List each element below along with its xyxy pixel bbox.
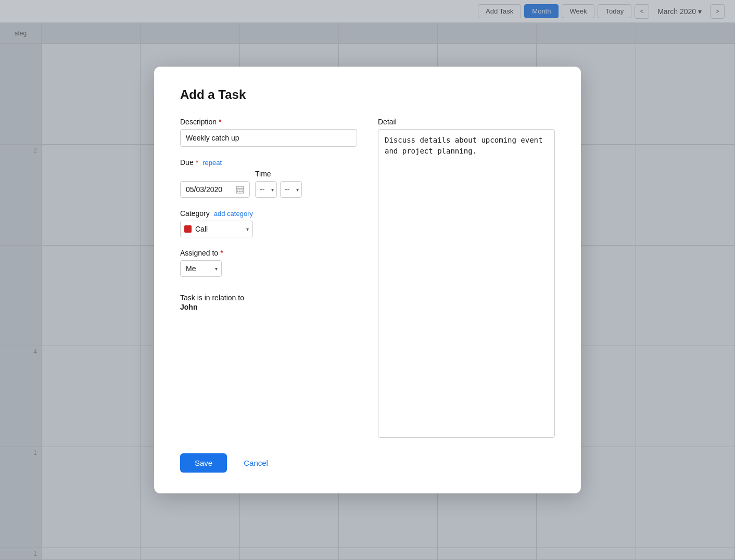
svg-rect-8: [239, 191, 240, 192]
due-date-wrapper: [180, 181, 250, 198]
svg-rect-7: [237, 191, 238, 192]
assigned-select[interactable]: Me Team: [180, 260, 222, 277]
description-label: Description *: [180, 118, 357, 126]
due-required-star: *: [196, 158, 198, 167]
assigned-select-wrapper: Me Team: [180, 260, 222, 277]
calendar-icon[interactable]: [236, 185, 244, 194]
relation-title: Task is in relation to: [180, 294, 357, 302]
relation-section: Task is in relation to John: [180, 294, 357, 311]
category-section: Category add category Call Meeting Task: [180, 209, 357, 237]
modal-title: Add a Task: [180, 87, 555, 102]
save-button[interactable]: Save: [180, 453, 227, 473]
cancel-button[interactable]: Cancel: [235, 453, 276, 473]
description-label-text: Description: [180, 118, 217, 126]
description-input[interactable]: [180, 129, 357, 147]
time-label: Time: [255, 170, 302, 178]
svg-rect-9: [242, 191, 243, 192]
due-label-text: Due: [180, 158, 194, 167]
add-category-link[interactable]: add category: [214, 210, 253, 218]
detail-label: Detail: [378, 118, 555, 126]
category-label-row: Category add category: [180, 209, 357, 218]
svg-rect-5: [239, 189, 240, 190]
svg-rect-4: [237, 189, 238, 190]
modal-body: Description * Due * repeat: [180, 118, 555, 438]
repeat-link[interactable]: repeat: [202, 159, 222, 167]
time-min-wrapper: --: [280, 181, 302, 198]
due-row: Time -- --: [180, 170, 357, 198]
assigned-required-star: *: [220, 249, 223, 257]
time-hour-select[interactable]: --: [255, 181, 277, 198]
time-selects: -- --: [255, 181, 302, 198]
relation-value: John: [180, 303, 357, 311]
due-section: Due * repeat: [180, 158, 357, 198]
category-select[interactable]: Call Meeting Task: [180, 221, 253, 237]
svg-rect-6: [242, 189, 243, 190]
description-required-star: *: [219, 118, 221, 126]
time-min-select[interactable]: --: [280, 181, 302, 198]
detail-textarea[interactable]: Discuss details about upcoming event and…: [378, 129, 555, 438]
assigned-label-text: Assigned to: [180, 249, 218, 257]
time-section: Time -- --: [255, 170, 302, 198]
time-hour-wrapper: --: [255, 181, 277, 198]
modal-right-column: Detail Discuss details about upcoming ev…: [378, 118, 555, 438]
assigned-label: Assigned to *: [180, 249, 357, 257]
category-select-wrapper: Call Meeting Task: [180, 221, 253, 237]
add-task-modal: Add a Task Description * Due *: [154, 67, 581, 493]
modal-left-column: Description * Due * repeat: [180, 118, 357, 438]
due-label: Due * repeat: [180, 158, 357, 167]
modal-footer: Save Cancel: [180, 453, 555, 473]
modal-overlay[interactable]: Add a Task Description * Due *: [0, 0, 735, 560]
assigned-section: Assigned to * Me Team: [180, 249, 357, 277]
category-label-text: Category: [180, 209, 210, 218]
due-date-input[interactable]: [186, 185, 233, 194]
description-section: Description *: [180, 118, 357, 147]
